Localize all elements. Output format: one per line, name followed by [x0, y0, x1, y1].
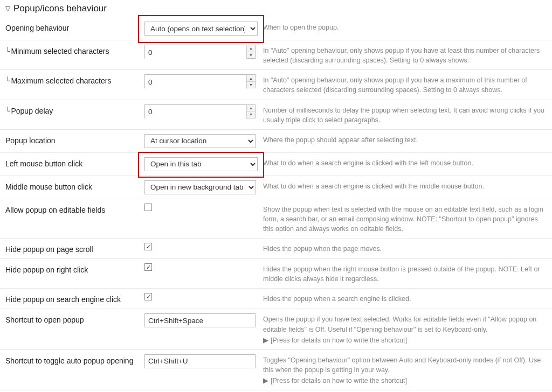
desc-hide-search: Hides the popup when a search engine is … — [263, 293, 547, 304]
section-title: Popup/icons behaviour — [13, 3, 107, 14]
row-min-chars: └Minimum selected characters ▲▼ In "Auto… — [0, 40, 552, 70]
checkbox-hide-scroll[interactable]: ✓ — [144, 243, 152, 250]
input-shortcut-open[interactable] — [144, 313, 256, 327]
checkbox-hide-right[interactable]: ✓ — [144, 263, 152, 271]
row-shortcut-open: Shortcut to open popup Opens the popup i… — [0, 309, 552, 349]
checkbox-hide-search[interactable]: ✓ — [144, 293, 152, 300]
row-allow-editable: Allow popup on editable fields Show the … — [0, 199, 552, 239]
spin-up-icon[interactable]: ▲ — [247, 105, 255, 112]
row-popup-delay: └Popup delay ▲▼ Number of milliseconds t… — [0, 100, 552, 130]
input-shortcut-toggle[interactable] — [144, 354, 256, 368]
desc-hide-right: Hides the popup when the right mouse but… — [263, 263, 547, 284]
label-middle-click: Middle mouse button click — [5, 180, 144, 191]
select-middle-click[interactable]: Open in new background tab — [144, 180, 256, 194]
expand-icon: ▶ — [263, 337, 268, 344]
collapse-icon: ▽ — [5, 5, 10, 12]
input-popup-delay[interactable] — [145, 105, 246, 119]
label-hide-right: Hide popup on right click — [5, 263, 144, 274]
select-popup-location[interactable]: At cursor location — [144, 134, 256, 148]
spin-up-icon[interactable]: ▲ — [247, 45, 255, 52]
spin-down-icon[interactable]: ▼ — [247, 52, 255, 59]
label-shortcut-open: Shortcut to open popup — [5, 313, 144, 324]
label-popup-delay: └Popup delay — [5, 104, 144, 115]
desc-popup-location: Where the popup should appear after sele… — [263, 134, 547, 145]
label-opening-behaviour: Opening behaviour — [5, 22, 144, 32]
check-icon: ✓ — [146, 293, 151, 300]
label-hide-search: Hide popup on search engine click — [5, 293, 144, 304]
spinner-min-chars[interactable]: ▲▼ — [144, 45, 256, 59]
spinner-popup-delay[interactable]: ▲▼ — [144, 104, 256, 118]
desc-hide-scroll: Hides the popup when the page moves. — [263, 243, 547, 254]
desc-opening-behaviour: When to open the popup. — [263, 22, 547, 32]
row-max-chars: └Maximum selected characters ▲▼ In "Auto… — [0, 70, 552, 100]
row-hide-search: Hide popup on search engine click ✓ Hide… — [0, 289, 552, 309]
desc-popup-delay: Number of milliseconds to delay the popu… — [263, 104, 547, 125]
check-icon: ✓ — [146, 243, 151, 250]
spin-down-icon[interactable]: ▼ — [247, 82, 255, 88]
spin-down-icon[interactable]: ▼ — [247, 111, 255, 118]
hint-shortcut-open[interactable]: ▶[Press for details on how to write the … — [263, 335, 547, 345]
row-middle-click: Middle mouse button click Open in new ba… — [0, 176, 552, 199]
sub-indent-icon: └ — [5, 76, 10, 85]
label-min-chars: └Minimum selected characters — [5, 45, 144, 55]
spin-up-icon[interactable]: ▲ — [247, 75, 255, 82]
label-popup-location: Popup location — [5, 134, 144, 145]
row-hide-scroll: Hide popup on page scroll ✓ Hides the po… — [0, 239, 552, 259]
row-shortcut-toggle: Shortcut to toggle auto popup opening To… — [0, 350, 552, 390]
section-header[interactable]: ▽ Popup/icons behaviour — [0, 0, 552, 17]
desc-allow-editable: Show the popup when text is selected wit… — [263, 204, 547, 234]
label-max-chars: └Maximum selected characters — [5, 74, 144, 85]
spinner-max-chars[interactable]: ▲▼ — [144, 74, 256, 88]
select-left-click[interactable]: Open in this tab — [144, 157, 258, 171]
desc-shortcut-toggle: Toggles "Opening behaviour" option betwe… — [263, 354, 547, 386]
desc-left-click: What to do when a search engine is click… — [263, 157, 547, 168]
desc-max-chars: In "Auto" opening behaviour, only shows … — [263, 74, 547, 95]
label-left-click: Left mouse button click — [5, 157, 144, 168]
input-max-chars[interactable] — [145, 75, 246, 89]
checkbox-allow-editable[interactable] — [144, 204, 152, 211]
sub-indent-icon: └ — [5, 47, 10, 55]
desc-shortcut-open: Opens the popup if you have text selecte… — [263, 313, 547, 345]
row-hide-right: Hide popup on right click ✓ Hides the po… — [0, 259, 552, 289]
input-min-chars[interactable] — [145, 45, 246, 59]
select-opening-behaviour[interactable]: Auto (opens on text selection) — [144, 22, 258, 36]
desc-min-chars: In "Auto" opening behaviour, only shows … — [263, 45, 547, 65]
row-popup-location: Popup location At cursor location Where … — [0, 130, 552, 153]
label-hide-scroll: Hide popup on page scroll — [5, 243, 144, 254]
sub-indent-icon: └ — [5, 107, 10, 115]
row-opening-behaviour: Opening behaviour Auto (opens on text se… — [0, 17, 552, 40]
label-shortcut-toggle: Shortcut to toggle auto popup opening — [5, 354, 144, 365]
row-left-click: Left mouse button click Open in this tab… — [0, 153, 552, 176]
desc-middle-click: What to do when a search engine is click… — [263, 180, 547, 191]
check-icon: ✓ — [146, 264, 151, 271]
label-allow-editable: Allow popup on editable fields — [5, 204, 144, 214]
hint-shortcut-toggle[interactable]: ▶[Press for details on how to write the … — [263, 376, 547, 386]
expand-icon: ▶ — [263, 377, 268, 384]
